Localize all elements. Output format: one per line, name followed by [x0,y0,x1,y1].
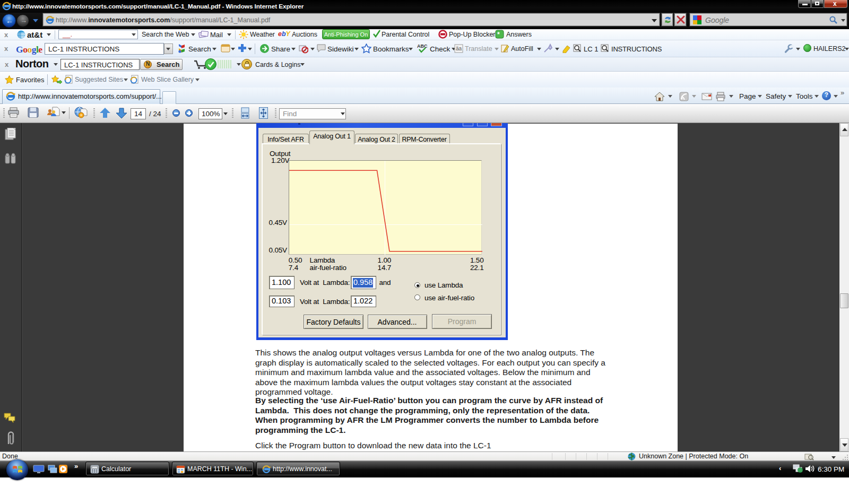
svg-text:äa: äa [456,46,462,51]
svg-text:*: * [497,31,500,38]
svg-text:ABC: ABC [417,44,428,49]
